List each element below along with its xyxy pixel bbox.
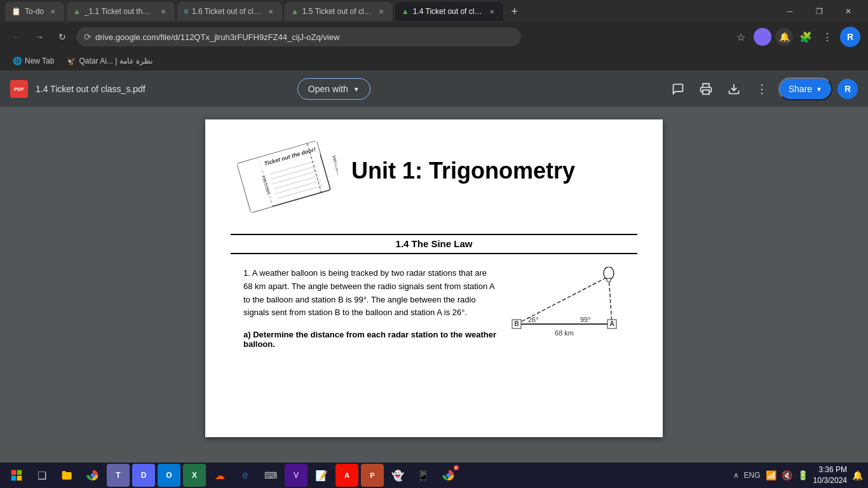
- extension-icon-2[interactable]: 🔔: [775, 28, 793, 46]
- bookmark-star-icon[interactable]: ☆: [732, 28, 750, 46]
- pdf-page: 19621984 Ticket out the door! 196: [205, 119, 663, 437]
- pdf-file-icon: PDF: [10, 80, 28, 98]
- clock-date: 10/3/2024: [813, 475, 847, 486]
- svg-rect-33: [17, 470, 22, 475]
- volume-icon: 🔇: [782, 470, 792, 480]
- tab-ticket11-close[interactable]: ✕: [158, 6, 168, 17]
- extension-icon-3[interactable]: 🧩: [797, 28, 815, 46]
- problem-diagram: B A 26° 99°: [510, 267, 625, 346]
- svg-rect-32: [11, 470, 17, 475]
- svg-text:19621984: 19621984: [332, 155, 341, 175]
- clock[interactable]: 3:36 PM 10/3/2024: [813, 464, 847, 486]
- comment-icon[interactable]: [667, 78, 689, 100]
- tab-ticket16-close[interactable]: ✕: [266, 6, 276, 17]
- address-box[interactable]: ⟳ drive.google.com/file/d/112QTx_jlruh3r…: [76, 27, 521, 46]
- svg-rect-35: [17, 476, 22, 481]
- edge-button[interactable]: e: [234, 464, 257, 487]
- tab-ticket15-icon: ▲: [291, 7, 299, 16]
- svg-point-37: [447, 473, 451, 478]
- discord-button[interactable]: D: [132, 464, 155, 487]
- whatsapp-button[interactable]: 📱: [412, 464, 435, 487]
- svg-text:26°: 26°: [528, 316, 539, 323]
- tab-todo-icon: 📋: [11, 7, 21, 16]
- print-icon[interactable]: [695, 78, 717, 100]
- menu-icon[interactable]: ⋮: [818, 28, 836, 46]
- bookmark-qatar-icon: 🦅: [67, 57, 76, 65]
- minimize-button[interactable]: ─: [775, 0, 804, 23]
- section-title: 1.4 The Sine Law: [396, 238, 473, 249]
- sub-question-label: a): [243, 330, 251, 339]
- restore-button[interactable]: ❐: [804, 0, 834, 23]
- tab-ticket16-icon: ≡: [184, 7, 188, 16]
- tab-todo[interactable]: 📋 To-do ✕: [5, 2, 64, 21]
- system-tray: ∧ ENG 📶 🔇 🔋 3:36 PM 10/3/2024 🔔: [733, 464, 863, 486]
- snapchat-button[interactable]: 👻: [386, 464, 409, 487]
- language-indicator: ENG: [744, 471, 761, 480]
- soundcloud-button[interactable]: ☁: [208, 464, 231, 487]
- new-tab-button[interactable]: +: [506, 3, 524, 20]
- bookmarks-bar: 🌐 New Tab 🦅 Qatar Ai... | نظرة عامة: [0, 51, 868, 71]
- problem-number: 1.: [243, 268, 250, 278]
- close-button[interactable]: ✕: [834, 0, 863, 23]
- refresh-button[interactable]: ↻: [53, 28, 71, 46]
- pdf-area: 19621984 Ticket out the door! 196: [0, 107, 868, 463]
- secure-icon: ⟳: [84, 32, 92, 42]
- outlook-button[interactable]: O: [158, 464, 180, 487]
- tab-ticket15[interactable]: ▲ 1.5 Ticket out of class_s.pdf ✕: [285, 2, 393, 21]
- teams-button[interactable]: T: [107, 464, 130, 487]
- tab-ticket14-close[interactable]: ✕: [487, 6, 497, 17]
- acrobat-button[interactable]: A: [336, 464, 358, 487]
- svg-point-25: [604, 267, 614, 280]
- forward-button[interactable]: →: [31, 28, 48, 46]
- back-button[interactable]: ←: [8, 28, 25, 46]
- start-button[interactable]: [5, 464, 28, 487]
- user-avatar[interactable]: R: [840, 27, 860, 47]
- chrome2-button[interactable]: R: [437, 464, 460, 487]
- open-with-label: Open with: [308, 84, 348, 94]
- svg-rect-26: [607, 278, 611, 281]
- notification-icon[interactable]: 🔔: [852, 470, 863, 480]
- bookmark-newtab-icon: 🌐: [13, 57, 22, 65]
- more-options-icon[interactable]: ⋮: [750, 78, 773, 100]
- svg-text:B: B: [514, 320, 519, 327]
- vidma-button[interactable]: V: [285, 464, 308, 487]
- tab-ticket16-label: 1.6 Ticket out of class_s - Go...: [192, 7, 262, 16]
- svg-point-36: [91, 473, 95, 478]
- tab-ticket11-icon: ▲: [73, 7, 81, 16]
- open-with-button[interactable]: Open with ▼: [297, 78, 370, 100]
- chrome-taskbar-button[interactable]: [81, 464, 104, 487]
- keyboard-button[interactable]: ⌨: [259, 464, 282, 487]
- open-with-chevron-icon: ▼: [353, 86, 360, 93]
- share-button[interactable]: Share ▼: [778, 78, 832, 100]
- tab-ticket15-label: 1.5 Ticket out of class_s.pdf: [302, 7, 372, 16]
- bookmark-newtab[interactable]: 🌐 New Tab: [8, 54, 59, 68]
- sub-question-text: Determine the distance from each radar s…: [243, 330, 496, 349]
- tab-ticket15-close[interactable]: ✕: [376, 6, 386, 17]
- pdf-title: 1.4 Ticket out of class_s.pdf: [36, 84, 146, 94]
- bookmark-qatar[interactable]: 🦅 Qatar Ai... | نظرة عامة: [62, 54, 157, 68]
- title-bar: 📋 To-do ✕ ▲ _1.1 Ticket out the door.pdf…: [0, 0, 868, 23]
- bookmark-qatar-label: Qatar Ai... | نظرة عامة: [79, 57, 152, 65]
- pdf-header: PDF 1.4 Ticket out of class_s.pdf Open w…: [0, 71, 868, 107]
- download-icon[interactable]: [722, 78, 745, 100]
- svg-rect-34: [11, 476, 17, 481]
- svg-text:99°: 99°: [580, 316, 591, 323]
- task-view-button[interactable]: ❑: [31, 464, 53, 487]
- pdf-user-avatar[interactable]: R: [837, 79, 858, 99]
- extension-icon-1[interactable]: [754, 28, 771, 46]
- tab-ticket11[interactable]: ▲ _1.1 Ticket out the door.pdf ✕: [67, 2, 175, 21]
- powerpoint-button[interactable]: P: [361, 464, 384, 487]
- tab-ticket14[interactable]: ▲ 1.4 Ticket out of class_s.pdf ✕: [395, 2, 503, 21]
- share-label: Share: [789, 84, 812, 94]
- tab-ticket16[interactable]: ≡ 1.6 Ticket out of class_s - Go... ✕: [177, 2, 282, 21]
- file-explorer-button[interactable]: [56, 464, 79, 487]
- share-chevron-icon: ▼: [816, 86, 822, 93]
- url-text: drive.google.com/file/d/112QTx_jlruh3rFU…: [95, 32, 339, 42]
- tab-ticket11-label: _1.1 Ticket out the door.pdf: [85, 7, 154, 16]
- tab-todo-close[interactable]: ✕: [48, 6, 58, 17]
- notepad-button[interactable]: 📝: [310, 464, 333, 487]
- excel-button[interactable]: X: [183, 464, 206, 487]
- tab-todo-label: To-do: [25, 7, 44, 16]
- tab-ticket14-icon: ▲: [402, 7, 409, 16]
- tray-chevron-icon[interactable]: ∧: [733, 471, 739, 480]
